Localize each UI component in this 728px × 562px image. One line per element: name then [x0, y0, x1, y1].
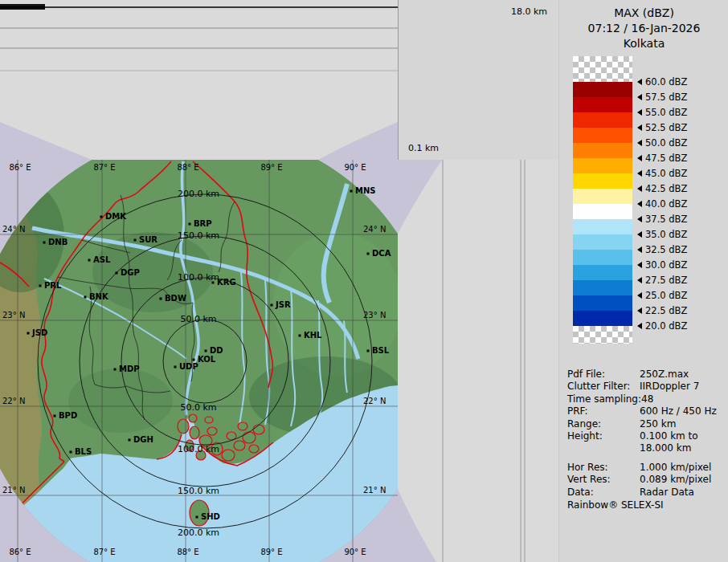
city-label: MDP — [119, 364, 140, 373]
color-scale-bar — [573, 56, 632, 344]
city-dot — [100, 216, 103, 218]
metadata-label: Time sampling: — [567, 393, 641, 405]
metadata-row: Vert Res:0.089 km/pixel — [567, 474, 717, 486]
scale-label: 37.5 dBZ — [645, 214, 687, 225]
city-dot — [88, 259, 91, 262]
metadata-row: Time sampling:48 — [567, 393, 717, 405]
city-label: PRL — [44, 281, 62, 290]
metadata-label: Vert Res: — [567, 474, 640, 486]
city-label: ASL — [93, 255, 111, 264]
scale-band-2 — [573, 112, 632, 128]
scale-band-0 — [573, 82, 632, 97]
city-label: DCA — [372, 249, 391, 258]
tick-left-icon — [637, 109, 642, 116]
scale-band-12 — [573, 265, 632, 280]
scale-checker-bottom — [573, 326, 632, 344]
city-dot — [160, 298, 162, 300]
scale-label-row: 55.0 dBZ — [637, 107, 687, 118]
range-ring-label-south: 200.0 km — [178, 527, 219, 538]
latitude-label-right: 22° N — [363, 397, 386, 405]
metadata-label: Range: — [567, 418, 640, 430]
tick-left-icon — [637, 185, 642, 192]
city-dot — [43, 242, 46, 244]
scale-label-row: 50.0 dBZ — [637, 137, 687, 149]
right-projection-panel — [398, 160, 558, 562]
longitude-label-top: 87° E — [93, 163, 115, 172]
city-label: MNS — [355, 186, 376, 195]
city-dot — [54, 415, 56, 417]
software-brand: Rainbow® SELEX-SI — [567, 499, 664, 511]
scale-band-4 — [573, 143, 632, 158]
city-label: KHL — [304, 331, 322, 340]
city-dot — [189, 223, 191, 226]
longitude-label-top: 86° E — [9, 163, 31, 172]
metadata-value: Radar Data — [640, 487, 694, 498]
metadata-value: 0.089 km/pixel — [640, 474, 711, 485]
longitude-label-top: 90° E — [344, 163, 366, 172]
scale-band-9 — [573, 219, 632, 234]
tick-left-icon — [637, 140, 642, 146]
latitude-label-left: 21° N — [2, 486, 25, 495]
range-ring-label-south: 100.0 km — [178, 444, 219, 454]
latitude-label-right: 21° N — [363, 486, 386, 495]
longitude-label-bottom: 86° E — [9, 548, 31, 556]
no-data-wedge-left — [0, 122, 92, 160]
scale-label: 30.0 dBZ — [645, 259, 687, 271]
city-label: DGH — [133, 435, 153, 444]
tick-left-icon — [637, 246, 642, 253]
metadata-row: Pdf File:250Z.max — [567, 369, 717, 381]
axis-corner-panel: 18.0 km 0.1 km — [399, 0, 558, 160]
city-dot — [271, 304, 273, 307]
metadata-row: Hor Res:1.000 km/pixel — [567, 462, 717, 474]
city-dot — [129, 439, 131, 442]
top-projection-panel — [0, 0, 399, 160]
tick-left-icon — [637, 79, 642, 85]
city-dot — [27, 332, 30, 335]
tick-left-icon — [637, 170, 642, 177]
scale-label: 42.5 dBZ — [645, 183, 687, 194]
city-dot — [367, 253, 370, 255]
scale-label-row: 30.0 dBZ — [637, 259, 687, 271]
radar-map-panel[interactable]: 50.0 km50.0 km100.0 km100.0 km150.0 km15… — [0, 160, 398, 562]
scale-label: 25.0 dBZ — [645, 290, 687, 301]
longitude-label-top: 88° E — [177, 163, 198, 172]
scale-band-11 — [573, 250, 632, 265]
scale-label: 35.0 dBZ — [645, 229, 687, 240]
scale-label: 32.5 dBZ — [645, 244, 687, 255]
metadata-row: Data:Radar Data — [567, 487, 717, 499]
terrain-patch-south — [68, 369, 173, 433]
range-ring-label-north: 50.0 km — [180, 314, 216, 324]
city-dot — [84, 296, 87, 299]
metadata-row: PRF:600 Hz / 450 Hz — [567, 405, 717, 417]
scale-label-row: 52.5 dBZ — [637, 122, 687, 133]
city-dot — [299, 335, 301, 337]
city-dot — [196, 516, 198, 519]
scale-label: 50.0 dBZ — [645, 137, 687, 149]
scale-label: 60.0 dBZ — [645, 76, 687, 88]
metadata-label: Pdf File: — [567, 369, 640, 381]
city-label: KOL — [198, 355, 216, 364]
height-axis-max-label: 18.0 km — [511, 6, 547, 17]
scale-band-8 — [573, 204, 632, 219]
metadata-value: 18.000 km — [640, 442, 691, 454]
scale-band-13 — [573, 280, 632, 295]
city-label: UDP — [179, 362, 198, 371]
scale-label-row: 20.0 dBZ — [637, 320, 687, 332]
scale-label: 57.5 dBZ — [645, 92, 687, 103]
metadata-row: 18.000 km — [567, 442, 717, 454]
scale-label: 55.0 dBZ — [645, 107, 687, 118]
range-ring-label-south: 150.0 km — [178, 486, 219, 496]
longitude-label-bottom: 87° E — [93, 548, 115, 556]
city-dot — [367, 350, 370, 352]
city-dot — [134, 239, 137, 242]
radar-app-window: 18.0 km 0.1 km — [0, 0, 728, 562]
no-data-wedge-bottom — [398, 489, 436, 562]
scale-label-row: 57.5 dBZ — [637, 92, 687, 103]
city-label: BPD — [59, 411, 77, 420]
right-projection-graphic — [398, 160, 558, 562]
top-projection-graphic — [0, 0, 398, 160]
city-dot — [39, 285, 42, 287]
city-label: BSL — [372, 346, 390, 355]
latitude-label-left: 24° N — [2, 225, 25, 234]
scale-label-row: 40.0 dBZ — [637, 198, 687, 210]
